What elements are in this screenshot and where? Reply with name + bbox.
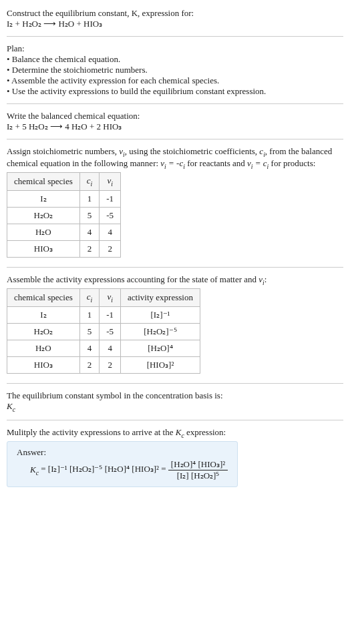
cell-expr: [H₂O]⁴ <box>121 340 200 356</box>
cell-ci: 5 <box>79 323 100 340</box>
th-vi: νi <box>100 173 121 191</box>
divider <box>7 267 343 268</box>
stoich-intro: Assign stoichiometric numbers, νi, using… <box>7 146 343 170</box>
cell-vi: -1 <box>100 190 121 207</box>
cell-ci: 1 <box>79 190 100 207</box>
plan-bullet: • Balance the chemical equation. <box>7 54 343 65</box>
table-row: H₂O 4 4 <box>7 224 121 240</box>
activity-section: Assemble the activity expressions accoun… <box>7 272 343 379</box>
balanced-equation: I₂ + 5 H₂O₂ ⟶ 4 H₂O + 2 HIO₃ <box>7 121 343 132</box>
activity-table: chemical species ci νi activity expressi… <box>7 288 200 374</box>
symbol-line1: The equilibrium constant symbol in the c… <box>7 390 343 401</box>
multiply-intro: Mulitply the activity expressions to arr… <box>7 427 343 439</box>
multiply-section: Mulitply the activity expressions to arr… <box>7 424 343 491</box>
activity-intro: Assemble the activity expressions accoun… <box>7 274 343 286</box>
table-row: H₂O₂ 5 -5 <box>7 207 121 224</box>
th-expr: activity expression <box>121 289 200 307</box>
cell-species: H₂O₂ <box>7 207 80 224</box>
th-species: chemical species <box>7 289 80 307</box>
symbol-section: The equilibrium constant symbol in the c… <box>7 388 343 416</box>
th-vi: νi <box>100 289 121 307</box>
th-species: chemical species <box>7 173 80 191</box>
answer-box: Answer: Kc = [I₂]⁻¹ [H₂O₂]⁻⁵ [H₂O]⁴ [HIO… <box>7 441 238 487</box>
symbol-line2: Kc <box>7 401 343 413</box>
cell-ci: 2 <box>79 240 100 257</box>
cell-vi: 4 <box>100 224 121 240</box>
divider <box>7 139 343 139</box>
cell-ci: 1 <box>79 306 100 323</box>
plan-bullet: • Use the activity expressions to build … <box>7 86 343 97</box>
cell-species: I₂ <box>7 190 80 207</box>
cell-species: H₂O <box>7 340 80 356</box>
cell-species: H₂O₂ <box>7 323 80 340</box>
cell-species: HIO₃ <box>7 240 80 257</box>
answer-label: Answer: <box>17 447 228 458</box>
stoich-section: Assign stoichiometric numbers, νi, using… <box>7 143 343 263</box>
th-ci: ci <box>79 173 100 191</box>
table-row: HIO₃ 2 2 [HIO₃]² <box>7 356 200 373</box>
cell-ci: 2 <box>79 356 100 373</box>
cell-species: H₂O <box>7 224 80 240</box>
plan-title: Plan: <box>7 43 343 54</box>
table-header-row: chemical species ci νi <box>7 173 121 191</box>
answer-formula: Kc = [I₂]⁻¹ [H₂O₂]⁻⁵ [H₂O]⁴ [HIO₃]² = [H… <box>17 459 228 481</box>
cell-ci: 5 <box>79 207 100 224</box>
header-line1: Construct the equilibrium constant, K, e… <box>7 8 343 19</box>
cell-ci: 4 <box>79 224 100 240</box>
cell-vi: -1 <box>100 306 121 323</box>
cell-vi: -5 <box>100 207 121 224</box>
cell-species: HIO₃ <box>7 356 80 373</box>
cell-vi: 4 <box>100 340 121 356</box>
table-row: HIO₃ 2 2 <box>7 240 121 257</box>
plan-bullet: • Assemble the activity expression for e… <box>7 75 343 86</box>
balanced-section: Write the balanced chemical equation: I₂… <box>7 108 343 135</box>
th-ci: ci <box>79 289 100 307</box>
plan-section: Plan: • Balance the chemical equation. •… <box>7 41 343 99</box>
cell-species: I₂ <box>7 306 80 323</box>
cell-expr: [HIO₃]² <box>121 356 200 373</box>
cell-expr: [H₂O₂]⁻⁵ <box>121 323 200 340</box>
table-row: H₂O 4 4 [H₂O]⁴ <box>7 340 200 356</box>
divider <box>7 36 343 37</box>
divider <box>7 103 343 104</box>
stoich-table: chemical species ci νi I₂ 1 -1 H₂O₂ 5 -5… <box>7 172 121 258</box>
table-row: I₂ 1 -1 [I₂]⁻¹ <box>7 306 200 323</box>
plan-bullet: • Determine the stoichiometric numbers. <box>7 65 343 75</box>
cell-expr: [I₂]⁻¹ <box>121 306 200 323</box>
table-row: H₂O₂ 5 -5 [H₂O₂]⁻⁵ <box>7 323 200 340</box>
table-header-row: chemical species ci νi activity expressi… <box>7 289 200 307</box>
cell-ci: 4 <box>79 340 100 356</box>
divider <box>7 383 343 384</box>
balanced-title: Write the balanced chemical equation: <box>7 111 343 121</box>
cell-vi: -5 <box>100 323 121 340</box>
problem-header: Construct the equilibrium constant, K, e… <box>7 5 343 32</box>
divider <box>7 420 343 420</box>
cell-vi: 2 <box>100 356 121 373</box>
cell-vi: 2 <box>100 240 121 257</box>
table-row: I₂ 1 -1 <box>7 190 121 207</box>
header-equation: I₂ + H₂O₂ ⟶ H₂O + HIO₃ <box>7 19 343 29</box>
